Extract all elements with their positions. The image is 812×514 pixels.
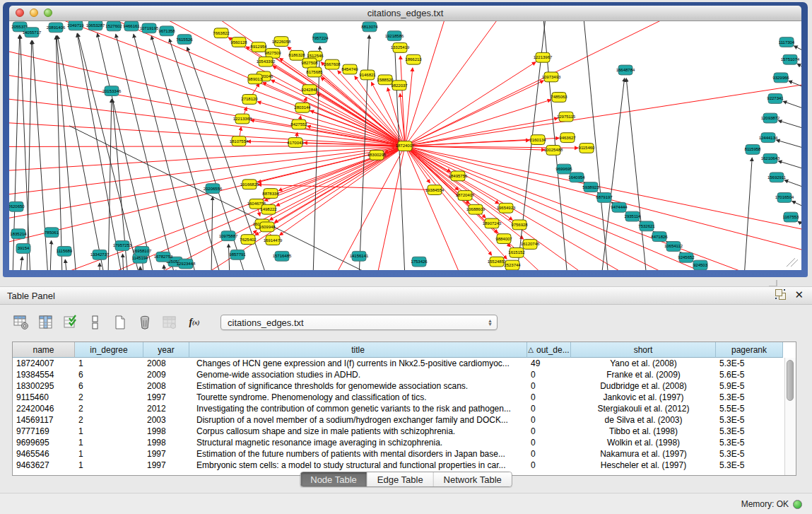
graph-edge[interactable] [405, 146, 507, 259]
table-cell[interactable]: 1 [75, 437, 143, 448]
table-cell[interactable]: 5.6E-5 [716, 369, 783, 380]
graph-edge[interactable] [405, 146, 461, 270]
table-row[interactable]: 977716911998Corpus callosum shape and si… [13, 426, 796, 437]
graph-edge[interactable] [405, 21, 504, 146]
table-cell[interactable]: 1997 [143, 392, 189, 403]
graph-edge[interactable] [57, 35, 105, 270]
close-panel-icon[interactable]: ✕ [794, 289, 804, 300]
new-column-icon[interactable] [112, 314, 129, 331]
table-cell[interactable]: 9463627 [13, 460, 75, 471]
scrollbar-thumb[interactable] [787, 360, 794, 401]
table-cell[interactable]: 9699695 [13, 437, 75, 448]
row-height-icon[interactable] [87, 314, 104, 331]
graph-edge[interactable] [65, 259, 67, 270]
table-cell[interactable]: 0 [527, 426, 571, 437]
graph-edge[interactable] [228, 245, 230, 270]
graph-edge[interactable] [377, 146, 405, 270]
table-cell[interactable]: Embryonic stem cells: a model to study s… [189, 460, 527, 471]
graph-edge[interactable] [9, 146, 405, 170]
table-cell[interactable]: Nakamura et al. (1997) [571, 448, 716, 460]
table-cell[interactable]: 5.3E-5 [716, 437, 783, 448]
table-row[interactable]: 946554611997Estimation of the future num… [13, 448, 796, 460]
graph-edge[interactable] [744, 158, 752, 270]
graph-edge[interactable] [211, 197, 213, 270]
table-cell[interactable]: Estimation of the future numbers of pati… [189, 448, 527, 460]
tab-node-table[interactable]: Node Table [300, 472, 367, 486]
graph-edge[interactable] [20, 257, 23, 270]
column-header-year[interactable]: year [143, 342, 189, 358]
table-cell[interactable]: Stergiakouli et al. (2012) [571, 403, 716, 414]
table-cell[interactable]: Investigating the contribution of common… [189, 403, 527, 414]
show-columns-icon[interactable] [37, 314, 54, 331]
table-cell[interactable]: 1998 [143, 426, 189, 437]
graph-edge[interactable] [140, 267, 141, 270]
graph-edge[interactable] [784, 180, 801, 190]
table-cell[interactable]: 5.3E-5 [716, 414, 783, 426]
graph-edge[interactable] [405, 81, 543, 146]
memory-status-icon[interactable] [793, 500, 802, 509]
table-cell[interactable]: Tibbo et al. (1998) [571, 426, 716, 437]
tab-network-table[interactable]: Network Table [434, 472, 512, 486]
table-cell[interactable]: 2012 [143, 403, 189, 414]
table-cell[interactable]: 14569117 [13, 414, 75, 426]
graph-edge[interactable] [123, 254, 124, 270]
table-row[interactable]: 1830029562008Estimation of significance … [13, 380, 796, 392]
table-cell[interactable]: Genome-wide association studies in ADHD. [189, 369, 527, 380]
graph-edge[interactable] [258, 185, 435, 190]
graph-edge[interactable] [313, 46, 320, 270]
table-cell[interactable]: 19384554 [13, 369, 75, 380]
table-cell[interactable]: Corpus callosum shape and size in male p… [189, 426, 527, 437]
table-cell[interactable]: 1 [75, 426, 143, 437]
table-cell[interactable]: 0 [527, 380, 571, 392]
graph-edge[interactable] [57, 36, 76, 270]
table-row[interactable]: 1938455462009Genome-wide association stu… [13, 369, 796, 380]
graph-edge[interactable] [9, 146, 405, 146]
table-row[interactable]: 911546021997Tourette syndrome. Phenomeno… [13, 392, 796, 403]
import-table-icon[interactable] [161, 314, 178, 331]
graph-edge[interactable] [405, 62, 536, 146]
table-cell[interactable]: 0 [527, 403, 571, 414]
table-cell[interactable]: Structural magnetic resonance image aver… [189, 437, 527, 448]
delete-column-icon[interactable] [136, 314, 153, 331]
table-cell[interactable]: 5.3E-5 [716, 358, 783, 369]
graph-edge[interactable] [405, 146, 801, 230]
graph-edge[interactable] [98, 33, 154, 270]
table-vertical-scrollbar[interactable] [784, 358, 796, 475]
graph-edge[interactable] [108, 99, 112, 270]
table-cell[interactable]: 2 [75, 392, 143, 403]
column-header-short[interactable]: short [571, 342, 716, 358]
table-cell[interactable]: 5.5E-5 [716, 403, 783, 414]
table-cell[interactable]: Changes of HCN gene expression and I(f) … [189, 358, 527, 369]
column-header-in_degree[interactable]: in_degree [75, 342, 143, 358]
table-cell[interactable]: Tourette syndrome. Phenomenology and cla… [189, 392, 527, 403]
table-cell[interactable]: 6 [75, 369, 143, 380]
table-cell[interactable]: 2 [75, 403, 143, 414]
table-cell[interactable]: 0 [527, 460, 571, 471]
column-header-out_de[interactable]: △out_de... [527, 342, 571, 358]
table-cell[interactable]: 2009 [143, 369, 189, 380]
table-cell[interactable]: 18300295 [13, 380, 75, 392]
table-cell[interactable]: 0 [527, 414, 571, 426]
graph-edge[interactable] [280, 146, 405, 235]
graph-edge[interactable] [164, 265, 165, 270]
table-cell[interactable]: Disruption of a novel member of a sodium… [189, 414, 527, 426]
table-cell[interactable]: 1997 [143, 448, 189, 460]
graph-edge[interactable] [777, 140, 801, 150]
tab-edge-table[interactable]: Edge Table [367, 472, 434, 486]
graph-edge[interactable] [783, 101, 801, 111]
network-window-titlebar[interactable]: citations_edges.txt [9, 6, 801, 21]
graph-edge[interactable] [27, 41, 32, 270]
table-cell[interactable]: 2 [75, 414, 143, 426]
function-builder-icon[interactable]: f(x) [186, 314, 203, 331]
table-cell[interactable]: 1 [75, 358, 143, 369]
graph-edge[interactable] [794, 46, 801, 54]
table-row[interactable]: 2242004622012Investigating the contribut… [13, 403, 796, 414]
column-header-name[interactable]: name [13, 342, 75, 358]
zoom-button[interactable] [44, 8, 52, 17]
table-cell[interactable]: 18724007 [13, 358, 75, 369]
table-cell[interactable]: 9777169 [13, 426, 75, 437]
graph-edge[interactable] [151, 36, 221, 270]
table-cell[interactable]: 0 [527, 392, 571, 403]
table-cell[interactable]: 1 [75, 448, 143, 460]
graph-edge[interactable] [50, 241, 52, 270]
